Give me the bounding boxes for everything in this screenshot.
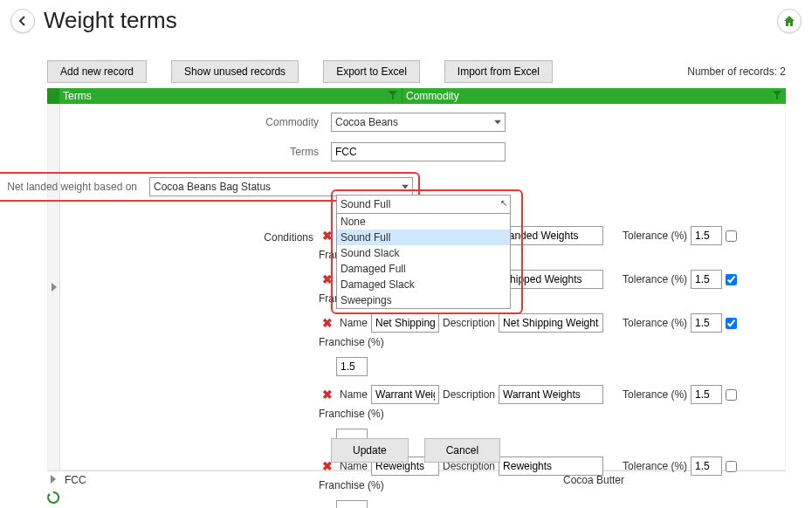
- tolerance-label: Tolerance (%): [623, 388, 687, 401]
- svg-marker-1: [494, 120, 501, 125]
- drag-handle-col: [47, 88, 59, 104]
- add-new-record-button[interactable]: Add new record: [47, 60, 147, 83]
- svg-marker-0: [52, 283, 57, 292]
- franchise-label: Franchise (%): [319, 408, 384, 420]
- condition-tolerance-input[interactable]: [691, 226, 722, 245]
- nlw-label: Net landed weight based on: [0, 181, 149, 193]
- tolerance-label: Tolerance (%): [623, 230, 687, 242]
- delete-condition-button[interactable]: ✖: [319, 316, 336, 330]
- condition-franchise-checkbox[interactable]: [726, 461, 737, 472]
- record-count: Number of records: 2: [687, 65, 786, 78]
- row-expand-handle[interactable]: [48, 104, 60, 470]
- condition-extra-input[interactable]: [336, 357, 368, 376]
- terms-input[interactable]: [331, 142, 506, 161]
- condition-description-input[interactable]: [499, 313, 603, 333]
- page-title: Weight terms: [44, 7, 177, 34]
- delete-condition-button[interactable]: ✖: [319, 388, 336, 402]
- condition-tolerance-input[interactable]: [691, 313, 722, 333]
- svg-marker-4: [47, 493, 51, 496]
- import-from-excel-button[interactable]: Import from Excel: [444, 60, 553, 83]
- update-button[interactable]: Update: [331, 438, 409, 463]
- column-header-terms[interactable]: Terms: [59, 88, 402, 104]
- tolerance-label: Tolerance (%): [623, 460, 687, 472]
- condition-name-input[interactable]: [371, 385, 439, 404]
- condition-franchise-checkbox[interactable]: [726, 318, 737, 329]
- franchise-label: Franchise (%): [319, 479, 384, 491]
- franchise-label: Franchise (%): [319, 336, 384, 348]
- condition-description-input[interactable]: [499, 385, 603, 404]
- cancel-button[interactable]: Cancel: [424, 438, 500, 463]
- tolerance-label: Tolerance (%): [623, 317, 687, 329]
- cursor-icon: ↖: [500, 198, 507, 208]
- status-option[interactable]: None: [337, 214, 510, 230]
- condition-tolerance-input[interactable]: [691, 457, 722, 476]
- description-label: Description: [443, 317, 495, 329]
- conditions-label: Conditions: [60, 231, 326, 244]
- condition-description-input[interactable]: [499, 457, 603, 476]
- tolerance-label: Tolerance (%): [623, 273, 687, 285]
- status-option[interactable]: Damaged Full: [337, 261, 510, 277]
- nlw-value: Cocoa Beans Bag Status: [154, 181, 271, 193]
- commodity-select[interactable]: Cocoa Beans: [331, 113, 506, 132]
- condition-extra-input[interactable]: [336, 500, 368, 508]
- commodity-value: Cocoa Beans: [335, 116, 398, 128]
- status-option[interactable]: Damaged Slack: [337, 277, 510, 292]
- home-button[interactable]: [777, 9, 802, 33]
- svg-marker-3: [51, 475, 56, 484]
- terms-label: Terms: [78, 146, 331, 158]
- condition-tolerance-input[interactable]: [691, 270, 722, 289]
- back-button[interactable]: [10, 9, 35, 33]
- home-icon: [782, 14, 796, 28]
- condition-franchise-checkbox[interactable]: [726, 389, 737, 401]
- condition-tolerance-input[interactable]: [691, 385, 722, 404]
- status-select[interactable]: Sound Full ↖: [336, 195, 511, 214]
- column-header-commodity[interactable]: Commodity: [402, 88, 786, 104]
- export-to-excel-button[interactable]: Export to Excel: [323, 60, 420, 83]
- status-dropdown-list: NoneSound FullSound SlackDamaged FullDam…: [336, 214, 511, 309]
- column-header-commodity-label: Commodity: [406, 90, 459, 102]
- row-expand-toggle[interactable]: [47, 474, 59, 486]
- svg-marker-2: [402, 185, 409, 189]
- condition-row: ✖NameDescriptionTolerance (%)Franchise (…: [319, 385, 774, 420]
- commodity-label: Commodity: [78, 116, 331, 128]
- condition-row: ✖NameDescriptionTolerance (%)Franchise (…: [319, 313, 774, 348]
- filter-icon[interactable]: [772, 90, 782, 100]
- show-unused-records-button[interactable]: Show unused records: [171, 60, 299, 83]
- status-option[interactable]: Sound Slack: [337, 245, 510, 261]
- column-header-terms-label: Terms: [63, 90, 92, 102]
- filter-icon[interactable]: [388, 90, 398, 100]
- name-label: Name: [340, 388, 368, 401]
- chevron-right-icon: [51, 475, 56, 484]
- name-label: Name: [340, 317, 368, 329]
- condition-franchise-checkbox[interactable]: [726, 230, 737, 242]
- chevron-right-icon: [52, 283, 57, 292]
- chevron-down-icon: [494, 120, 501, 125]
- arrow-left-icon: [17, 15, 29, 27]
- status-option[interactable]: Sweepings: [337, 292, 510, 308]
- grid-header: Terms Commodity: [47, 88, 786, 104]
- annotation-highlight-dropdown: Sound Full ↖ NoneSound FullSound SlackDa…: [331, 189, 523, 314]
- status-selected-value: Sound Full: [341, 198, 390, 210]
- chevron-down-icon: [402, 185, 409, 189]
- condition-name-input[interactable]: [371, 313, 439, 333]
- condition-franchise-checkbox[interactable]: [726, 274, 737, 285]
- description-label: Description: [443, 388, 495, 401]
- status-option[interactable]: Sound Full: [337, 230, 510, 245]
